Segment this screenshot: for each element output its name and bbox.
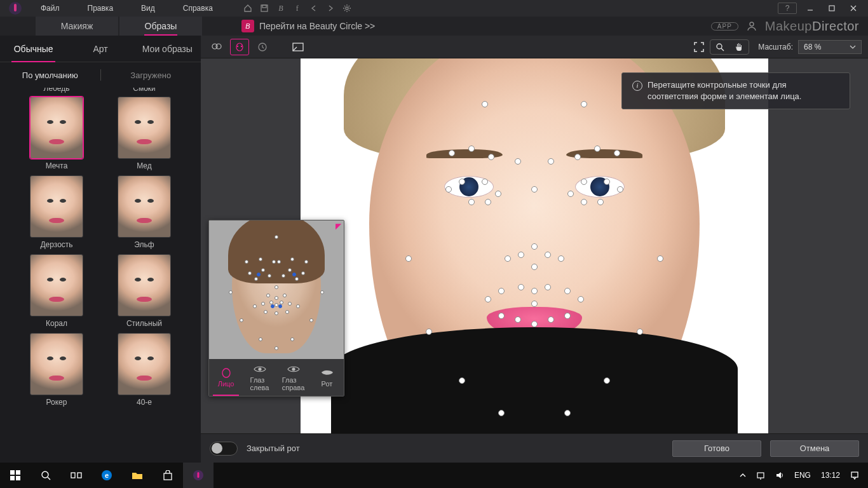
window-minimize-icon[interactable] [799, 0, 821, 17]
control-point-small[interactable] [304, 260, 308, 264]
done-button[interactable]: Готово [672, 440, 761, 457]
control-point-small[interactable] [285, 310, 289, 314]
tray-notifications-icon[interactable] [848, 471, 862, 480]
control-point[interactable] [564, 410, 571, 416]
control-point[interactable] [531, 186, 538, 193]
control-point[interactable] [657, 255, 663, 262]
menu-help[interactable]: Справка [169, 4, 227, 13]
preset-item[interactable]: Эльф [112, 173, 176, 249]
control-point[interactable] [597, 199, 604, 205]
beauty-circle-link[interactable]: B Перейти на Beauty Circle >> [241, 20, 375, 32]
preset-item[interactable]: Корал [25, 252, 88, 328]
control-point-small[interactable] [290, 337, 294, 341]
mode-tab-looks[interactable]: Образы [119, 17, 202, 36]
preset-item[interactable]: Стильный [112, 252, 176, 328]
control-point[interactable] [548, 158, 554, 165]
start-button[interactable] [0, 463, 31, 488]
pan-tool-icon[interactable] [729, 40, 749, 54]
account-icon[interactable] [746, 20, 757, 32]
control-point-small[interactable] [269, 301, 273, 304]
control-point[interactable] [405, 255, 412, 262]
app-pill[interactable]: APP [711, 22, 738, 30]
control-point-small[interactable] [295, 277, 299, 281]
control-point[interactable] [485, 296, 491, 302]
control-point[interactable] [468, 199, 475, 205]
control-point[interactable] [482, 179, 488, 185]
tray-chevron-up-icon[interactable] [737, 473, 749, 478]
control-point-small[interactable] [259, 337, 262, 341]
menu-file[interactable]: Файл [27, 4, 74, 13]
taskbar-app-explorer[interactable] [122, 463, 153, 488]
control-point-small[interactable] [240, 318, 243, 322]
control-point[interactable] [518, 284, 524, 290]
control-point[interactable] [488, 154, 494, 160]
window-maximize-icon[interactable] [821, 0, 843, 17]
control-point-small[interactable] [283, 294, 287, 297]
control-point[interactable] [531, 321, 538, 327]
control-point-small[interactable] [264, 310, 268, 314]
preset-item[interactable]: Дерзость [25, 173, 88, 249]
control-point[interactable] [426, 329, 432, 335]
control-point-small[interactable] [288, 302, 292, 306]
control-point[interactable] [531, 301, 538, 307]
control-point[interactable] [459, 377, 465, 384]
control-point-small[interactable] [290, 257, 294, 261]
task-view-icon[interactable] [61, 463, 92, 488]
control-point[interactable] [581, 101, 587, 107]
control-point[interactable] [604, 179, 610, 185]
control-point-small[interactable] [296, 304, 300, 308]
tray-volume-icon[interactable] [773, 471, 787, 480]
control-point-small[interactable] [275, 346, 278, 350]
control-point-small[interactable] [229, 290, 233, 294]
tray-language[interactable]: ENG [792, 471, 813, 480]
control-point[interactable] [498, 410, 505, 416]
photo-canvas[interactable] [301, 58, 768, 433]
control-point[interactable] [518, 252, 524, 258]
control-point[interactable] [558, 255, 564, 262]
tray-network-icon[interactable] [754, 471, 768, 480]
control-point-small[interactable] [275, 235, 278, 239]
zoom-select[interactable]: 68 % [798, 40, 862, 54]
taskbar-app-store[interactable] [153, 463, 183, 488]
control-point[interactable] [594, 146, 600, 152]
control-point[interactable] [515, 316, 521, 323]
control-point[interactable] [505, 255, 511, 262]
control-point-small[interactable] [281, 274, 285, 278]
detail-tab-eye-left[interactable]: Глазслева [243, 359, 276, 396]
home-icon[interactable] [240, 0, 256, 17]
control-point[interactable] [445, 186, 452, 193]
canvas-viewport[interactable]: i Перетащите контрольные точки для соотв… [201, 58, 868, 433]
face-detail-panel[interactable]: ◤ Лицо Глазслева [208, 220, 344, 396]
settings-icon[interactable] [339, 0, 355, 17]
control-point[interactable] [581, 199, 587, 205]
search-icon[interactable] [31, 463, 61, 488]
zoom-tool-icon[interactable] [710, 40, 729, 54]
control-point[interactable] [498, 313, 505, 319]
control-point[interactable] [449, 150, 455, 156]
preset-item[interactable]: 40-е [112, 330, 176, 407]
preset-item[interactable]: Мечта [25, 94, 88, 170]
control-point[interactable] [495, 191, 501, 197]
taskbar-app-edge[interactable]: e [92, 463, 122, 488]
control-point[interactable] [637, 329, 643, 335]
control-point[interactable] [548, 316, 554, 323]
control-point[interactable] [531, 288, 538, 294]
control-point[interactable] [564, 313, 571, 319]
control-point-small[interactable] [275, 303, 278, 307]
control-point[interactable] [468, 146, 475, 152]
control-point-small[interactable] [277, 260, 281, 264]
window-close-icon[interactable] [843, 0, 864, 17]
control-point-small[interactable] [275, 296, 278, 300]
source-tab-downloaded[interactable]: Загружено [101, 71, 201, 80]
control-point[interactable] [617, 186, 623, 193]
control-point[interactable] [604, 377, 610, 384]
facebook-icon[interactable]: f [289, 0, 306, 17]
control-point[interactable] [498, 288, 505, 294]
control-point[interactable] [531, 264, 538, 270]
control-point[interactable] [574, 154, 581, 160]
control-point-small[interactable] [275, 285, 278, 289]
beauty-circle-icon[interactable]: B [273, 0, 289, 17]
control-point[interactable] [459, 179, 465, 185]
control-point-small-active[interactable] [278, 304, 282, 308]
menu-edit[interactable]: Правка [74, 4, 128, 13]
